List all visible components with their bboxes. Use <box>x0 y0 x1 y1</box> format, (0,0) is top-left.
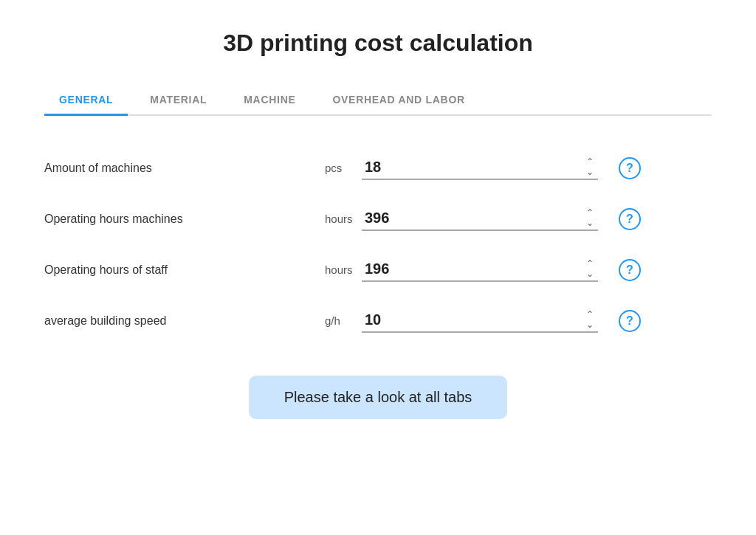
input-group-operating-hours-machines: hours⌃⌄? <box>325 207 712 231</box>
unit-building-speed: g/h <box>325 314 353 327</box>
question-mark-icon: ? <box>626 314 633 328</box>
help-button-building-speed[interactable]: ? <box>619 310 641 332</box>
question-mark-icon: ? <box>626 162 633 175</box>
input-group-building-speed: g/h⌃⌄? <box>325 308 712 333</box>
notice-banner: Please take a look at all tabs <box>249 376 508 419</box>
form-row-operating-hours-machines: Operating hours machineshours⌃⌄? <box>44 193 712 244</box>
input-amount-machines[interactable] <box>362 156 582 179</box>
input-spinner-building-speed: ⌃⌄ <box>362 308 598 333</box>
form-row-building-speed: average building speedg/h⌃⌄? <box>44 295 712 346</box>
unit-operating-hours-staff: hours <box>325 263 353 276</box>
tabs-container: GENERALMATERIALMACHINEOVERHEAD AND LABOR <box>44 86 712 116</box>
help-button-operating-hours-staff[interactable]: ? <box>619 259 641 281</box>
page-wrapper: 3D printing cost calculation GENERALMATE… <box>0 0 756 535</box>
help-button-amount-machines[interactable]: ? <box>619 157 641 179</box>
label-operating-hours-staff: Operating hours of staff <box>44 263 325 277</box>
unit-operating-hours-machines: hours <box>325 213 353 225</box>
spinner-up-icon[interactable]: ⌃ <box>586 310 594 320</box>
spinner-operating-hours-staff[interactable]: ⌃⌄ <box>582 258 598 280</box>
spinner-up-icon[interactable]: ⌃ <box>586 208 594 218</box>
tab-machine[interactable]: MACHINE <box>229 86 310 114</box>
input-group-operating-hours-staff: hours⌃⌄? <box>325 258 712 282</box>
input-group-amount-machines: pcs⌃⌄? <box>325 156 712 180</box>
form-row-operating-hours-staff: Operating hours of staffhours⌃⌄? <box>44 244 712 295</box>
help-button-operating-hours-machines[interactable]: ? <box>619 208 641 230</box>
spinner-down-icon[interactable]: ⌄ <box>586 269 594 279</box>
input-operating-hours-staff[interactable] <box>362 258 582 280</box>
spinner-up-icon[interactable]: ⌃ <box>586 259 594 269</box>
label-operating-hours-machines: Operating hours machines <box>44 213 325 226</box>
input-operating-hours-machines[interactable] <box>362 207 582 229</box>
input-spinner-amount-machines: ⌃⌄ <box>362 156 598 180</box>
spinner-operating-hours-machines[interactable]: ⌃⌄ <box>582 207 598 229</box>
page-title: 3D printing cost calculation <box>223 30 533 57</box>
spinner-down-icon[interactable]: ⌄ <box>586 218 594 228</box>
input-spinner-operating-hours-machines: ⌃⌄ <box>362 207 598 231</box>
unit-amount-machines: pcs <box>325 162 353 174</box>
form-row-amount-machines: Amount of machinespcs⌃⌄? <box>44 142 712 193</box>
question-mark-icon: ? <box>626 263 633 277</box>
form-section: Amount of machinespcs⌃⌄?Operating hours … <box>44 142 712 346</box>
tab-general[interactable]: GENERAL <box>44 86 128 114</box>
question-mark-icon: ? <box>626 213 633 226</box>
spinner-down-icon[interactable]: ⌄ <box>586 320 594 330</box>
label-building-speed: average building speed <box>44 314 325 328</box>
spinner-building-speed[interactable]: ⌃⌄ <box>582 308 598 331</box>
input-spinner-operating-hours-staff: ⌃⌄ <box>362 258 598 282</box>
spinner-amount-machines[interactable]: ⌃⌄ <box>582 156 598 178</box>
spinner-up-icon[interactable]: ⌃ <box>586 157 594 167</box>
label-amount-machines: Amount of machines <box>44 162 325 175</box>
tab-material[interactable]: MATERIAL <box>135 86 221 114</box>
spinner-down-icon[interactable]: ⌄ <box>586 168 594 177</box>
tab-overhead[interactable]: OVERHEAD AND LABOR <box>317 86 479 114</box>
input-building-speed[interactable] <box>362 308 582 331</box>
